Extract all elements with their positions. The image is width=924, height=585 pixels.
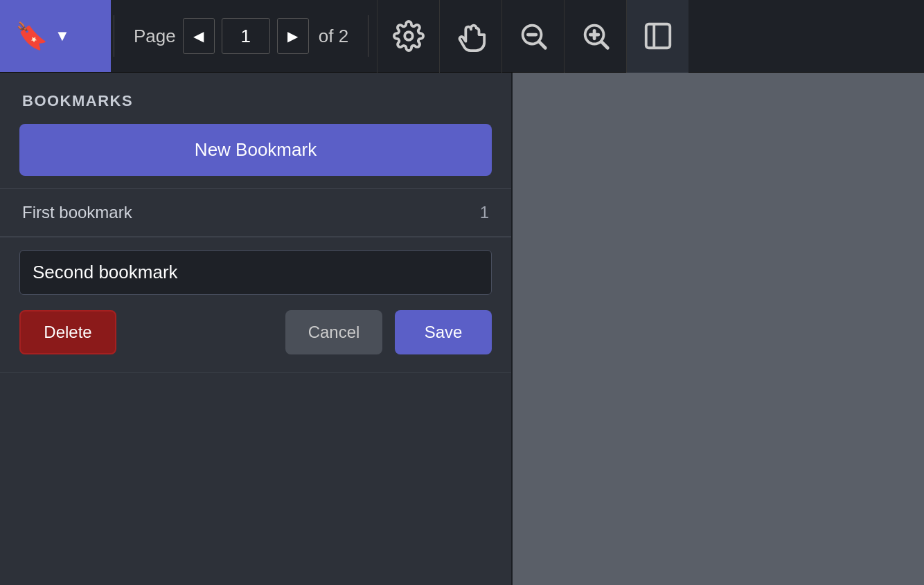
left-panel: BOOKMARKS New Bookmark First bookmark 1 …: [0, 73, 513, 585]
svg-rect-8: [646, 24, 670, 48]
main-content: BOOKMARKS New Bookmark First bookmark 1 …: [0, 73, 924, 585]
page-of-label: of 2: [319, 26, 348, 47]
bookmark-icon: 🔖: [15, 23, 48, 49]
bookmarks-title: BOOKMARKS: [22, 92, 133, 109]
prev-page-button[interactable]: ◀: [183, 18, 215, 54]
svg-line-5: [602, 42, 607, 48]
next-page-button[interactable]: ▶: [277, 18, 309, 54]
current-page-display: 1: [222, 18, 270, 54]
panel-svg: [642, 20, 674, 52]
list-item[interactable]: First bookmark 1: [0, 188, 511, 237]
settings-icon[interactable]: [377, 0, 439, 73]
toolbar-divider-1: [114, 15, 114, 57]
right-panel: [513, 73, 924, 585]
page-controls: Page ◀ 1 ▶ of 2: [117, 18, 365, 54]
bookmark-list: First bookmark 1 Delete Cancel Save: [0, 188, 511, 585]
svg-line-2: [540, 42, 545, 48]
bookmark-name-input[interactable]: [19, 250, 492, 295]
bookmark-edit-area: [0, 237, 511, 295]
svg-point-0: [405, 32, 413, 40]
pan-tool-icon[interactable]: [439, 0, 501, 73]
cancel-button[interactable]: Cancel: [285, 310, 382, 354]
bottom-divider: [0, 372, 511, 373]
panel-toggle-icon[interactable]: [626, 0, 688, 73]
chevron-down-icon: ▼: [55, 27, 70, 45]
gear-svg: [393, 20, 425, 52]
save-button[interactable]: Save: [395, 310, 492, 354]
bookmark-panel-toggle[interactable]: 🔖 ▼: [0, 0, 111, 72]
bookmarks-header: BOOKMARKS: [0, 73, 511, 124]
bookmark-item-name: First bookmark: [22, 203, 132, 222]
toolbar-divider-2: [368, 15, 368, 57]
bookmark-item-page: 1: [480, 203, 489, 222]
delete-button[interactable]: Delete: [19, 310, 116, 354]
zoom-in-svg: [580, 20, 612, 52]
zoom-out-svg: [517, 20, 549, 52]
zoom-out-icon[interactable]: [501, 0, 564, 73]
new-bookmark-button[interactable]: New Bookmark: [19, 124, 492, 176]
toolbar-icons: [377, 0, 688, 73]
page-label: Page: [134, 26, 176, 47]
zoom-in-icon[interactable]: [564, 0, 626, 73]
toolbar: 🔖 ▼ Page ◀ 1 ▶ of 2: [0, 0, 924, 73]
hand-svg: [455, 20, 487, 52]
bookmark-actions: Delete Cancel Save: [0, 295, 511, 370]
